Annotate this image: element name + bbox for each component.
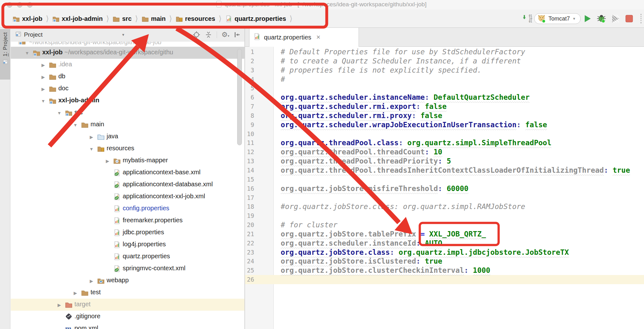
breadcrumb-item-main[interactable]: main [142, 15, 166, 22]
code-line-6[interactable]: org.quartz.scheduler.instanceName: Defau… [245, 93, 644, 102]
tree-collapsed-icon[interactable]: ▶ [73, 290, 78, 296]
tree-row-jdbc.properties[interactable]: jdbc.properties [11, 227, 244, 239]
tree-row-springmvc-context.xml[interactable]: springmvc-context.xml [11, 263, 244, 275]
tree-row-xxl-job-admin[interactable]: ▼xxl-job-admin [11, 95, 244, 107]
close-tab-icon[interactable]: × [316, 33, 320, 41]
update-project-button[interactable]: 011001 [522, 13, 533, 24]
project-panel: Project ▼ ⚙▾ [11, 28, 244, 329]
tree-expanded-icon[interactable]: ▼ [73, 123, 78, 128]
tree-row-test[interactable]: ▶test [11, 287, 244, 299]
code-line-5[interactable] [245, 84, 644, 93]
minimize-window-button[interactable] [17, 2, 22, 8]
tree-row-log4j.properties[interactable]: log4j.properties [11, 239, 244, 251]
tree-expanded-icon[interactable]: ▼ [89, 147, 94, 152]
tree-expanded-icon[interactable]: ▼ [57, 111, 62, 116]
code-line-26[interactable] [245, 275, 644, 284]
code-line-2[interactable]: # to create a Quartz Scheduler Instance,… [245, 57, 644, 66]
code-line-8[interactable]: org.quartz.scheduler.rmi.proxy: false [245, 111, 644, 120]
code-line-25[interactable]: org.quartz.jobStore.clusterCheckinInterv… [245, 266, 644, 275]
tree-row-applicationcontext-base.xml[interactable]: applicationcontext-base.xml [11, 167, 244, 179]
code-line-10[interactable] [245, 129, 644, 139]
code-line-9[interactable]: org.quartz.scheduler.wrapJobExecutionInU… [245, 120, 644, 129]
project-view-dropdown-icon[interactable]: ▼ [121, 33, 125, 37]
code-line-7[interactable]: org.quartz.scheduler.rmi.export: false [245, 102, 644, 111]
tree-row-quartz.properties[interactable]: quartz.properties [11, 251, 244, 263]
tree-row-db[interactable]: ▶db [11, 71, 244, 83]
tree-collapsed-icon[interactable]: ▶ [41, 63, 46, 68]
stop-button[interactable] [624, 13, 635, 24]
breadcrumb-chevron-icon: ⟩ [135, 14, 138, 23]
editor-body[interactable]: # Default Properties file for use by Std… [245, 47, 644, 329]
locate-icon[interactable] [193, 31, 200, 39]
editor-area: quartz.properties × # Default Properties… [245, 28, 644, 329]
tree-collapsed-icon[interactable]: ▶ [41, 75, 46, 80]
code-line-21[interactable]: org.quartz.jobStore.tablePrefix = XXL_JO… [245, 230, 644, 239]
properties-file-icon [113, 229, 121, 236]
tree-row-.gitignore[interactable]: .gitignore [11, 311, 244, 323]
zoom-window-button[interactable] [27, 2, 32, 8]
code-line-18[interactable]: #org.quartz.jobStore.class: org.quartz.s… [245, 202, 644, 211]
code-line-23[interactable]: org.quartz.jobStore.class: org.quartz.im… [245, 248, 644, 257]
run-button[interactable] [582, 13, 593, 24]
tree-row-pom.xml[interactable]: mpom.xml [11, 323, 244, 329]
tree-row-.idea[interactable]: ▶.idea [11, 59, 244, 71]
close-window-button[interactable] [7, 2, 12, 8]
tree-row-xxl-job[interactable]: ▼xxl-job ~/workspaces/idea-git-workspace… [11, 47, 244, 59]
hide-panel-icon[interactable] [234, 31, 241, 38]
tree-collapsed-icon[interactable]: ▶ [89, 135, 94, 140]
tree-row-config.properties[interactable]: config.properties [11, 203, 244, 215]
tree-label: springmvc-context.xml [123, 265, 185, 272]
breadcrumb-item-src[interactable]: src [113, 15, 132, 22]
tree-row-src[interactable]: ▼src [11, 107, 244, 119]
breadcrumb-item-resources[interactable]: resources [176, 15, 215, 22]
code-line-12[interactable]: org.quartz.threadPool.threadCount: 10 [245, 147, 644, 157]
tree-row-webapp[interactable]: ▶webapp [11, 275, 244, 287]
tree-collapsed-icon[interactable]: ▶ [89, 278, 94, 284]
code-line-1[interactable]: # Default Properties file for use by Std… [245, 47, 644, 57]
code-line-19[interactable] [245, 211, 644, 220]
tree-collapsed-icon[interactable]: ▶ [105, 159, 110, 164]
code-line-15[interactable] [245, 175, 644, 184]
code-line-13[interactable]: org.quartz.threadPool.threadPriority: 5 [245, 157, 644, 166]
run-with-coverage-button[interactable] [610, 13, 621, 24]
tab-quartz-properties[interactable]: quartz.properties × [249, 28, 359, 47]
tree-row-applicationcontext-xxl-job.xml[interactable]: applicationcontext-xxl-job.xml [11, 191, 244, 203]
tree-row-java[interactable]: ▶java [11, 131, 244, 143]
toolbar-drag-handle[interactable] [641, 14, 641, 23]
code-line-14[interactable]: org.quartz.threadPool.threadsInheritCont… [245, 166, 644, 175]
tree-label: applicationcontext-database.xml [123, 181, 213, 188]
tree-row-doc[interactable]: ▶doc [11, 83, 244, 95]
tree-row-resources[interactable]: ▼resources [11, 143, 244, 155]
tree-row-mybatis-mapper[interactable]: ▶mybatis-mapper [11, 155, 244, 167]
tree-row-main[interactable]: ▼main [11, 119, 244, 131]
code-line-22[interactable]: org.quartz.scheduler.instanceId: AUTO [245, 239, 644, 248]
breadcrumb-item-quartz.properties[interactable]: quartz.properties [225, 15, 286, 22]
project-tool-icon [3, 59, 8, 65]
tree-scrollbar-thumb[interactable] [237, 49, 242, 145]
breadcrumb-item-xxl-job-admin[interactable]: xxl-job-admin [52, 15, 103, 22]
tree-row-applicationcontext-database.xml[interactable]: applicationcontext-database.xml [11, 179, 244, 191]
code-line-4[interactable]: # [245, 75, 644, 84]
breadcrumb-item-xxl-job[interactable]: xxl-job [13, 15, 42, 22]
code-line-3[interactable]: # properties file is not explicitly spec… [245, 66, 644, 75]
tree-collapsed-icon[interactable]: ▶ [57, 302, 62, 308]
breadcrumb-label: xxl-job [22, 15, 42, 22]
code-line-17[interactable] [245, 193, 644, 202]
code-line-24[interactable]: org.quartz.jobStore.isClustered: true [245, 257, 644, 266]
gear-icon[interactable]: ⚙▾ [221, 31, 229, 39]
tree-label: pom.xml [74, 325, 98, 329]
code-line-20[interactable]: # for cluster [245, 220, 644, 230]
tree-collapsed-icon[interactable]: ▶ [41, 87, 46, 92]
code-area[interactable]: # Default Properties file for use by Std… [245, 47, 644, 284]
code-line-16[interactable]: org.quartz.jobStore.misfireThreshold: 60… [245, 184, 644, 193]
tree-expanded-icon[interactable]: ▼ [25, 51, 30, 56]
tree-row-freemarker.properties[interactable]: freemarker.properties [11, 215, 244, 227]
tree-row-target[interactable]: ▶target [11, 299, 244, 311]
collapse-all-icon[interactable] [205, 31, 212, 39]
tree-label: applicationcontext-base.xml [123, 169, 201, 176]
sidebar-tab-project[interactable]: 1: Project [0, 29, 10, 80]
tree-expanded-icon[interactable]: ▼ [41, 99, 46, 104]
code-line-11[interactable]: org.quartz.threadPool.class: org.quartz.… [245, 138, 644, 147]
run-configuration-select[interactable]: Tomcat7 ▼ [534, 13, 581, 24]
debug-button[interactable] [596, 13, 607, 24]
